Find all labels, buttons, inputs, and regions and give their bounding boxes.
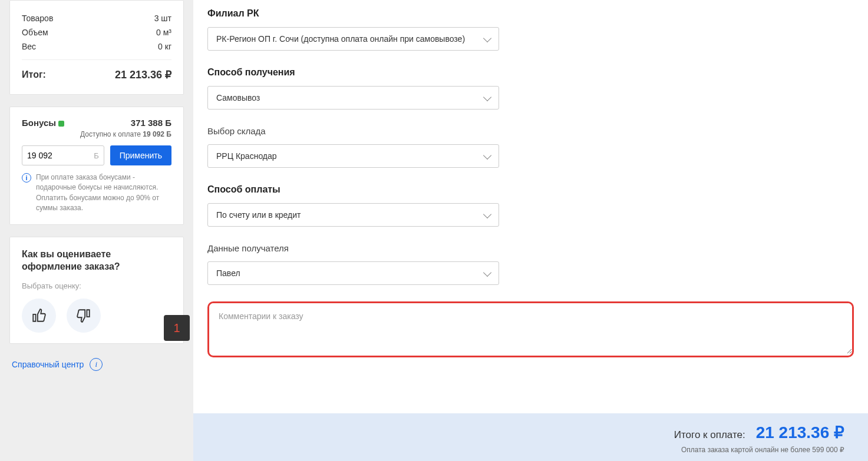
delivery-select[interactable]: Самовывоз	[207, 86, 499, 110]
summary-volume-label: Объем	[22, 28, 48, 37]
bonus-input[interactable]	[27, 146, 94, 165]
bonus-badge-icon	[58, 121, 64, 127]
summary-weight-value: 0 кг	[158, 42, 171, 51]
payment-value: По счету или в кредит	[216, 210, 301, 220]
bonuses-available: Доступно к оплате 19 092 Б	[22, 130, 171, 138]
recipient-value: Павел	[216, 268, 240, 278]
footer-note: Оплата заказа картой онлайн не более 599…	[217, 446, 844, 454]
warehouse-label: Выбор склада	[207, 126, 854, 136]
bonuses-card: Бонусы 371 388 Б Доступно к оплате 19 09…	[9, 107, 184, 225]
chevron-down-icon	[483, 210, 491, 218]
summary-volume-value: 0 м³	[156, 28, 171, 37]
delivery-label: Способ получения	[207, 67, 854, 78]
branch-select[interactable]: РК-Регион ОП г. Сочи (доступна оплата он…	[207, 27, 499, 51]
summary-goods-label: Товаров	[22, 14, 53, 23]
comment-highlight	[207, 301, 854, 357]
footer-total-label: Итого к оплате:	[674, 429, 745, 441]
callout-marker-1: 1	[164, 315, 190, 341]
chevron-down-icon	[483, 92, 491, 101]
summary-weight-row: Вес 0 кг	[22, 39, 171, 54]
order-comment-textarea[interactable]	[209, 303, 852, 354]
sidebar: Товаров 3 шт Объем 0 м³ Вес 0 кг Итог: 2…	[0, 0, 193, 461]
branch-value: РК-Регион ОП г. Сочи (доступна оплата он…	[216, 34, 465, 44]
bonuses-header: Бонусы 371 388 Б	[22, 118, 171, 128]
summary-goods-row: Товаров 3 шт	[22, 11, 171, 25]
rating-title: Как вы оцениваете оформление заказа?	[22, 248, 171, 273]
recipient-label: Данные получателя	[207, 243, 854, 253]
summary-goods-value: 3 шт	[154, 14, 171, 23]
order-summary-card: Товаров 3 шт Объем 0 м³ Вес 0 кг Итог: 2…	[9, 0, 184, 95]
footer-total-value: 21 213.36 ₽	[756, 423, 844, 442]
warehouse-select[interactable]: РРЦ Краснодар	[207, 144, 499, 168]
main-content: Филиал РК РК-Регион ОП г. Сочи (доступна…	[193, 0, 868, 461]
recipient-select[interactable]: Павел	[207, 261, 499, 285]
warehouse-value: РРЦ Краснодар	[216, 151, 277, 161]
bonus-unit: Б	[94, 151, 99, 160]
apply-bonus-button[interactable]: Применить	[110, 145, 171, 165]
bonus-info: i При оплате заказа бонусами - подарочны…	[22, 173, 171, 214]
summary-total-label: Итог:	[22, 69, 46, 80]
chevron-down-icon	[483, 34, 491, 42]
bonuses-balance: 371 388 Б	[131, 118, 171, 128]
summary-total-value: 21 213.36 ₽	[115, 68, 171, 81]
summary-weight-label: Вес	[22, 42, 36, 51]
help-center-label: Справочный центр	[12, 360, 84, 369]
thumbs-down-icon	[76, 308, 91, 323]
branch-label: Филиал РК	[207, 8, 854, 19]
payment-label: Способ оплаты	[207, 184, 854, 195]
summary-volume-row: Объем 0 м³	[22, 25, 171, 39]
bonus-info-text: При оплате заказа бонусами - подарочные …	[36, 173, 171, 214]
thumbs-up-button[interactable]	[22, 299, 56, 333]
help-center-link[interactable]: Справочный центр i	[9, 356, 184, 373]
thumbs-up-icon	[31, 308, 47, 323]
rating-card: Как вы оцениваете оформление заказа? Выб…	[9, 237, 184, 344]
payment-select[interactable]: По счету или в кредит	[207, 203, 499, 227]
thumbs-down-button[interactable]	[67, 299, 101, 333]
summary-total-row: Итог: 21 213.36 ₽	[22, 59, 171, 84]
chevron-down-icon	[483, 151, 491, 159]
bonus-input-wrap[interactable]: Б	[22, 145, 104, 165]
rating-choose-label: Выбрать оценку:	[22, 281, 171, 290]
footer-bar: Итого к оплате: 21 213.36 ₽ Оплата заказ…	[193, 413, 868, 461]
delivery-value: Самовывоз	[216, 93, 260, 102]
info-icon: i	[22, 173, 31, 183]
chevron-down-icon	[483, 268, 491, 276]
bonuses-label: Бонусы	[22, 118, 64, 128]
info-circle-icon: i	[90, 358, 103, 371]
